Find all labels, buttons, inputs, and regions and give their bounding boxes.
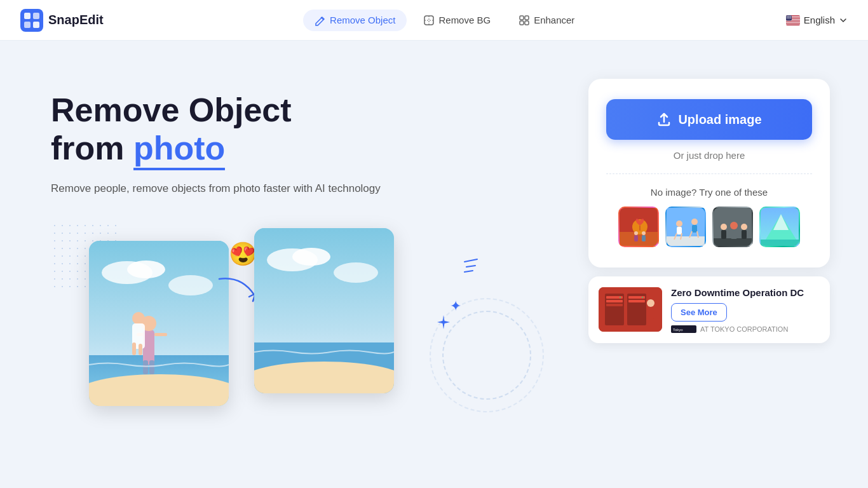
svg-point-31	[789, 18, 790, 18]
sample-image-1[interactable]	[618, 207, 659, 247]
svg-rect-42	[154, 333, 167, 336]
us-flag-icon	[786, 15, 800, 25]
svg-rect-3	[24, 22, 31, 28]
svg-point-100	[642, 297, 643, 298]
svg-rect-48	[149, 360, 154, 374]
svg-rect-5	[424, 16, 433, 25]
svg-rect-95	[628, 300, 645, 302]
remove-bg-icon	[423, 15, 435, 26]
try-text: No image? Try one of these	[606, 187, 812, 198]
main-nav: Remove Object Remove BG Enhancer	[303, 10, 586, 31]
svg-point-43	[132, 312, 145, 325]
nav-enhancer[interactable]: Enhancer	[507, 10, 586, 31]
svg-point-26	[789, 17, 790, 17]
demo-illustration: 😍	[51, 222, 563, 412]
svg-point-99	[620, 301, 621, 302]
svg-point-64	[642, 231, 646, 235]
sample-images-row	[606, 207, 812, 247]
svg-rect-81	[731, 229, 737, 239]
svg-point-19	[787, 16, 788, 17]
svg-line-57	[465, 271, 473, 272]
nav-remove-bg[interactable]: Remove BG	[412, 10, 502, 31]
svg-rect-2	[33, 13, 39, 19]
svg-rect-97	[648, 307, 654, 320]
ad-banner: ⓘ ✕ Zero Downtime Operation DC See More …	[588, 276, 830, 343]
svg-point-28	[787, 18, 787, 18]
svg-line-56	[466, 266, 475, 267]
tokyo-brand-icon: Tokyo	[671, 325, 696, 333]
svg-rect-63	[634, 235, 638, 241]
svg-point-35	[127, 261, 165, 278]
language-label: English	[804, 15, 835, 25]
svg-rect-8	[520, 21, 524, 25]
lines-decoration	[461, 257, 480, 279]
svg-point-23	[787, 17, 787, 17]
svg-rect-83	[742, 230, 747, 239]
svg-point-30	[789, 18, 789, 18]
before-image	[89, 241, 229, 406]
hero-subtitle: Remove people, remove objects from photo…	[51, 180, 563, 197]
language-selector[interactable]: English	[786, 15, 848, 25]
snapedit-logo-icon	[20, 9, 43, 32]
svg-rect-9	[525, 21, 529, 25]
svg-point-68	[676, 220, 682, 227]
svg-point-62	[634, 231, 638, 235]
svg-point-51	[292, 248, 330, 266]
svg-rect-15	[786, 22, 800, 22]
upload-image-button[interactable]: Upload image	[606, 99, 812, 140]
svg-point-78	[721, 224, 727, 230]
nav-remove-object[interactable]: Remove Object	[303, 10, 407, 31]
svg-point-29	[787, 18, 788, 18]
logo[interactable]: SnapEdit	[20, 9, 104, 32]
svg-rect-73	[692, 225, 697, 233]
svg-rect-87	[761, 240, 800, 247]
svg-point-72	[691, 219, 698, 225]
sample-image-4[interactable]	[759, 207, 800, 247]
svg-text:Tokyo: Tokyo	[673, 328, 683, 332]
svg-point-98	[620, 297, 621, 298]
eraser-icon	[315, 15, 326, 26]
right-panel: Upload image Or just drop here No image?…	[588, 79, 830, 343]
svg-point-24	[787, 17, 788, 17]
svg-rect-4	[33, 22, 39, 28]
svg-rect-65	[642, 235, 646, 241]
ad-title: Zero Downtime Operation DC	[671, 287, 820, 299]
left-panel: Remove Object from photo Remove people, …	[51, 79, 563, 412]
svg-point-80	[730, 222, 738, 229]
ad-image	[599, 287, 662, 332]
svg-point-38	[89, 374, 229, 406]
beach-scene-before	[89, 241, 229, 406]
svg-point-27	[790, 17, 791, 17]
ad-see-more-button[interactable]: See More	[671, 303, 727, 322]
main-content: Remove Object from photo Remove people, …	[0, 41, 868, 412]
emoji-decoration: 😍	[229, 241, 257, 268]
svg-point-18	[787, 16, 787, 17]
svg-rect-14	[786, 20, 800, 21]
ad-content: ⓘ ✕ Zero Downtime Operation DC See More …	[671, 287, 820, 333]
svg-rect-1	[24, 13, 31, 19]
chevron-down-icon	[839, 16, 848, 25]
logo-text: SnapEdit	[48, 13, 104, 27]
after-image	[254, 228, 394, 393]
svg-rect-93	[606, 304, 623, 306]
svg-point-22	[790, 16, 791, 17]
svg-point-82	[741, 224, 747, 230]
ad-company-name: AT TOKYO CORPORATION	[700, 325, 788, 333]
divider	[606, 173, 812, 174]
svg-rect-6	[520, 16, 524, 20]
svg-rect-0	[20, 9, 43, 32]
svg-rect-46	[139, 344, 142, 355]
svg-rect-79	[721, 230, 726, 239]
svg-line-55	[465, 259, 477, 262]
sample-image-3[interactable]	[712, 207, 753, 247]
upload-icon	[656, 112, 672, 127]
headline-line2: from photo	[51, 130, 225, 170]
svg-rect-77	[714, 238, 753, 247]
sample-image-2[interactable]	[665, 207, 706, 247]
enhancer-icon	[519, 15, 530, 26]
svg-point-21	[789, 16, 790, 17]
svg-point-36	[168, 275, 213, 295]
svg-point-54	[254, 362, 394, 393]
svg-point-20	[789, 16, 789, 17]
upload-card: Upload image Or just drop here No image?…	[588, 79, 830, 268]
